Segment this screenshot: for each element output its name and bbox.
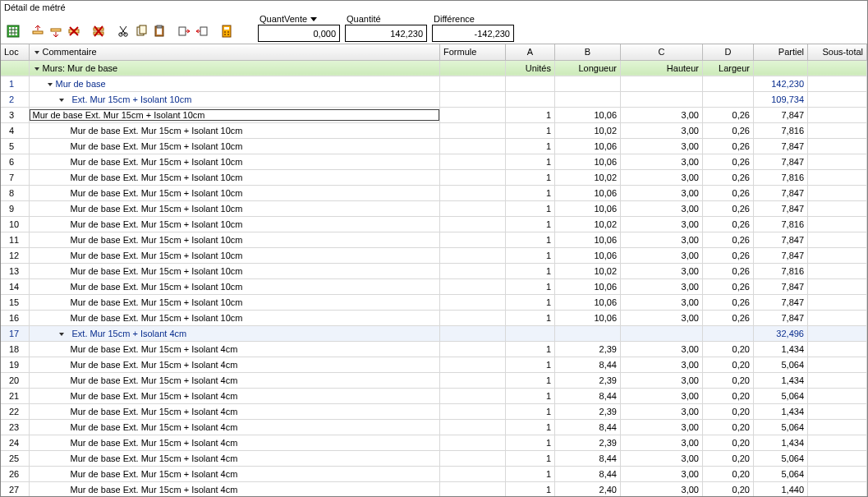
cell-formule[interactable] [440, 310, 506, 325]
cell-loc[interactable]: 9 [1, 200, 29, 216]
col-c[interactable]: C [621, 44, 703, 60]
cell-a[interactable]: 1 [506, 185, 555, 200]
cell-a[interactable]: 1 [506, 232, 555, 247]
cell-a[interactable]: 1 [506, 169, 555, 185]
cell-b[interactable]: 8,44 [555, 419, 621, 435]
cell-formule[interactable] [440, 247, 506, 263]
cell-a[interactable] [506, 91, 555, 107]
cell-soustotal[interactable] [808, 450, 867, 466]
cell-commentaire[interactable]: Mur de base Ext. Mur 15cm + Isolant 4cm [29, 450, 440, 466]
cell-d[interactable]: 0,26 [703, 263, 754, 278]
col-formule[interactable]: Formule [440, 44, 506, 60]
cell-c[interactable]: 3,00 [621, 263, 703, 278]
cell-b[interactable]: 2,39 [555, 372, 621, 388]
cell-soustotal[interactable] [808, 435, 867, 450]
cell-c[interactable]: 3,00 [621, 247, 703, 263]
commentaire-editor[interactable]: Mur de base Ext. Mur 15cm + Isolant 10cm [30, 109, 440, 121]
cell-commentaire[interactable]: Mur de base Ext. Mur 15cm + Isolant 10cm [29, 216, 440, 232]
cell-commentaire[interactable]: Mur de base Ext. Mur 15cm + Isolant 10cm [29, 138, 440, 154]
cell-commentaire[interactable]: Mur de base Ext. Mur 15cm + Isolant 10cm [29, 200, 440, 216]
cell-commentaire[interactable]: Mur de base Ext. Mur 15cm + Isolant 10cm [29, 122, 440, 138]
cell-a[interactable]: 1 [506, 357, 555, 372]
cell-soustotal[interactable] [808, 60, 867, 76]
cell-soustotal[interactable] [808, 341, 867, 357]
cell-commentaire[interactable]: Mur de base Ext. Mur 15cm + Isolant 4cm [29, 419, 440, 435]
cell-d[interactable] [703, 91, 754, 107]
table-row[interactable]: 9Mur de base Ext. Mur 15cm + Isolant 10c… [1, 200, 867, 216]
cell-partiel[interactable]: 7,847 [754, 278, 808, 294]
cell-c[interactable]: 3,00 [621, 122, 703, 138]
cell-d[interactable]: 0,26 [703, 232, 754, 247]
cell-commentaire[interactable]: Ext. Mur 15cm + Isolant 10cm [29, 91, 440, 107]
cell-partiel[interactable]: 7,847 [754, 294, 808, 310]
cell-loc[interactable]: 3 [1, 107, 29, 122]
cell-loc[interactable]: 13 [1, 263, 29, 278]
export-icon[interactable] [193, 22, 211, 40]
cell-c[interactable]: 3,00 [621, 419, 703, 435]
cell-d[interactable]: 0,26 [703, 278, 754, 294]
cell-d[interactable]: 0,20 [703, 481, 754, 496]
cell-formule[interactable] [440, 450, 506, 466]
cell-loc[interactable]: 26 [1, 466, 29, 481]
cell-d[interactable]: 0,20 [703, 450, 754, 466]
cell-partiel[interactable]: 7,847 [754, 154, 808, 169]
cell-soustotal[interactable] [808, 481, 867, 496]
cell-d[interactable]: 0,26 [703, 154, 754, 169]
cell-partiel[interactable]: 1,434 [754, 435, 808, 450]
cell-formule[interactable] [440, 185, 506, 200]
cell-b[interactable]: 10,02 [555, 216, 621, 232]
col-partiel[interactable]: Partiel [754, 44, 808, 60]
cell-soustotal[interactable] [808, 325, 867, 341]
table-row[interactable]: 22Mur de base Ext. Mur 15cm + Isolant 4c… [1, 403, 867, 419]
cell-a[interactable]: 1 [506, 388, 555, 403]
table-row[interactable]: 13Mur de base Ext. Mur 15cm + Isolant 10… [1, 263, 867, 278]
cell-d[interactable]: 0,20 [703, 419, 754, 435]
cell-b[interactable] [555, 91, 621, 107]
cell-soustotal[interactable] [808, 372, 867, 388]
cell-soustotal[interactable] [808, 107, 867, 122]
import-icon[interactable] [175, 22, 193, 40]
cell-d[interactable]: 0,26 [703, 247, 754, 263]
cell-formule[interactable] [440, 278, 506, 294]
cell-formule[interactable] [440, 107, 506, 122]
cell-b[interactable]: 8,44 [555, 466, 621, 481]
cell-a[interactable]: 1 [506, 122, 555, 138]
cell-c[interactable]: 3,00 [621, 450, 703, 466]
cell-a[interactable]: 1 [506, 294, 555, 310]
cell-partiel[interactable]: 7,816 [754, 169, 808, 185]
table-row[interactable]: 6Mur de base Ext. Mur 15cm + Isolant 10c… [1, 154, 867, 169]
table-row[interactable]: 23Mur de base Ext. Mur 15cm + Isolant 4c… [1, 419, 867, 435]
cell-soustotal[interactable] [808, 357, 867, 372]
cell-soustotal[interactable] [808, 310, 867, 325]
cell-soustotal[interactable] [808, 169, 867, 185]
cell-loc[interactable]: 5 [1, 138, 29, 154]
cell-formule[interactable] [440, 232, 506, 247]
cell-formule[interactable] [440, 388, 506, 403]
table-row[interactable]: 27Mur de base Ext. Mur 15cm + Isolant 4c… [1, 481, 867, 496]
cell-loc[interactable]: 22 [1, 403, 29, 419]
cell-d[interactable]: 0,20 [703, 466, 754, 481]
table-row[interactable]: 4Mur de base Ext. Mur 15cm + Isolant 10c… [1, 122, 867, 138]
cell-c[interactable]: 3,00 [621, 481, 703, 496]
cell-a[interactable]: 1 [506, 341, 555, 357]
cell-b[interactable]: 10,06 [555, 310, 621, 325]
cell-partiel[interactable]: 7,847 [754, 232, 808, 247]
cell-commentaire[interactable]: Mur de base Ext. Mur 15cm + Isolant 10cm [29, 294, 440, 310]
cell-commentaire[interactable]: Mur de base Ext. Mur 15cm + Isolant 4cm [29, 388, 440, 403]
group-row[interactable]: 1Mur de base142,230 [1, 76, 867, 91]
table-row[interactable]: 21Mur de base Ext. Mur 15cm + Isolant 4c… [1, 388, 867, 403]
table-row[interactable]: 8Mur de base Ext. Mur 15cm + Isolant 10c… [1, 185, 867, 200]
table-row[interactable]: 20Mur de base Ext. Mur 15cm + Isolant 4c… [1, 372, 867, 388]
cell-d[interactable]: 0,26 [703, 216, 754, 232]
cell-a[interactable]: 1 [506, 419, 555, 435]
table-row[interactable]: 14Mur de base Ext. Mur 15cm + Isolant 10… [1, 278, 867, 294]
cell-a[interactable]: Unités [506, 60, 555, 76]
group-row[interactable]: 2Ext. Mur 15cm + Isolant 10cm109,734 [1, 91, 867, 107]
cell-partiel[interactable]: 5,064 [754, 419, 808, 435]
cell-b[interactable]: 2,39 [555, 403, 621, 419]
cell-commentaire[interactable]: Ext. Mur 15cm + Isolant 4cm [29, 325, 440, 341]
cell-commentaire[interactable]: Mur de base Ext. Mur 15cm + Isolant 10cm [29, 232, 440, 247]
table-row[interactable]: 12Mur de base Ext. Mur 15cm + Isolant 10… [1, 247, 867, 263]
table-row[interactable]: 16Mur de base Ext. Mur 15cm + Isolant 10… [1, 310, 867, 325]
cell-b[interactable]: 10,06 [555, 107, 621, 122]
